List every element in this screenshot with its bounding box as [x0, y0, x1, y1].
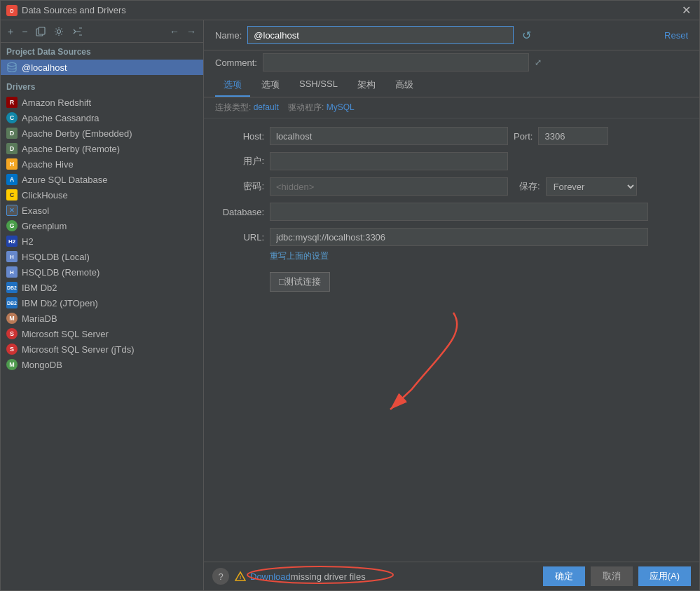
- remove-button[interactable]: −: [19, 25, 30, 39]
- driver-value[interactable]: MySQL: [327, 102, 355, 112]
- driver-apache-hive[interactable]: H Apache Hive: [1, 156, 203, 172]
- driver-h2[interactable]: H2 H2: [1, 233, 203, 249]
- help-button[interactable]: ?: [212, 568, 229, 585]
- copy-button[interactable]: [33, 25, 48, 38]
- add-button[interactable]: +: [5, 25, 16, 39]
- database-input[interactable]: [270, 203, 648, 221]
- driver-azure-sql[interactable]: A Azure SQL Database: [1, 172, 203, 187]
- mssql-jtds-icon: S: [6, 344, 18, 355]
- password-row: 密码: 保存: Forever For session Never: [215, 177, 688, 196]
- svg-point-9: [247, 566, 393, 583]
- amazon-redshift-icon: R: [6, 97, 18, 108]
- driver-apache-cassandra[interactable]: C Apache Cassandra: [1, 110, 203, 125]
- save-select[interactable]: Forever For session Never: [546, 177, 637, 196]
- forward-button[interactable]: →: [184, 25, 199, 39]
- tabs-bar: 选项 选项 SSH/SSL 架构 高级: [204, 74, 699, 97]
- driver-hsqldb-local[interactable]: H HSQLDB (Local): [1, 249, 203, 264]
- ok-button[interactable]: 确定: [543, 566, 585, 586]
- url-row: URL:: [215, 228, 688, 246]
- driver-label: HSQLDB (Remote): [22, 267, 99, 278]
- datasource-item-localhost[interactable]: @localhost: [1, 60, 203, 75]
- driver-amazon-redshift[interactable]: R Amazon Redshift: [1, 95, 203, 110]
- driver-mssql-jtds[interactable]: S Microsoft SQL Server (jTds): [1, 341, 203, 357]
- svg-rect-3: [39, 27, 45, 34]
- title-bar: D Data Sources and Drivers ✕: [1, 1, 699, 20]
- connection-type-value[interactable]: default: [254, 102, 279, 112]
- driver-label: Exasol: [22, 205, 49, 216]
- datasource-icon: [6, 62, 18, 73]
- connection-info: 连接类型: default 驱动程序: MySQL: [204, 97, 699, 118]
- url-input[interactable]: [270, 228, 648, 246]
- driver-ibm-db2-jtopen[interactable]: DB2 IBM Db2 (JTOpen): [1, 295, 203, 311]
- overwrite-link[interactable]: 重写上面的设置: [215, 250, 688, 262]
- svg-point-5: [8, 63, 16, 67]
- comment-input[interactable]: [263, 53, 529, 72]
- driver-label-text: 驱动程序:: [288, 102, 324, 112]
- tab-option2[interactable]: 选项: [253, 74, 288, 97]
- database-label: Database:: [215, 207, 264, 217]
- database-row: Database:: [215, 203, 688, 221]
- driver-mongodb[interactable]: M MongoDB: [1, 357, 203, 372]
- datasource-section: Project Data Sources @localhost: [1, 43, 203, 78]
- apply-button[interactable]: 应用(A): [638, 566, 691, 586]
- import-button[interactable]: [69, 25, 85, 38]
- left-panel: + −: [1, 20, 204, 590]
- driver-label: Apache Cassandra: [22, 113, 99, 123]
- svg-text:!: !: [240, 574, 242, 580]
- driver-greenplum[interactable]: G Greenplum: [1, 218, 203, 233]
- main-window: D Data Sources and Drivers ✕ + −: [0, 0, 700, 591]
- tab-schema[interactable]: 架构: [349, 74, 384, 97]
- mssql-icon: S: [6, 328, 18, 339]
- main-content: + −: [1, 20, 699, 590]
- tab-advanced[interactable]: 高级: [387, 74, 422, 97]
- ibm-db2-jtopen-icon: DB2: [6, 297, 18, 308]
- settings-button[interactable]: [51, 25, 67, 38]
- comment-row: Comment: ⤢: [204, 50, 699, 74]
- user-label: 用户:: [215, 155, 264, 168]
- toolbar: + −: [1, 20, 203, 43]
- user-input[interactable]: [270, 152, 508, 170]
- port-label: Port:: [514, 131, 533, 142]
- port-input[interactable]: [538, 127, 608, 145]
- driver-exasol[interactable]: ✕ Exasol: [1, 203, 203, 218]
- warning-icon: !: [235, 571, 246, 582]
- right-header: Name: ↺ Reset: [204, 20, 699, 50]
- clickhouse-icon: C: [6, 189, 18, 201]
- exasol-icon: ✕: [6, 205, 18, 216]
- user-row: 用户:: [215, 152, 688, 170]
- hsqldb-local-icon: H: [6, 251, 18, 262]
- driver-mssql[interactable]: S Microsoft SQL Server: [1, 326, 203, 341]
- window-title: Data Sources and Drivers: [22, 5, 126, 15]
- apache-derby-embedded-icon: D: [6, 128, 18, 139]
- driver-clickhouse[interactable]: C ClickHouse: [1, 187, 203, 203]
- back-button[interactable]: ←: [167, 25, 182, 39]
- apache-derby-remote-icon: D: [6, 143, 18, 154]
- driver-apache-derby-embedded[interactable]: D Apache Derby (Embedded): [1, 125, 203, 141]
- reset-button[interactable]: Reset: [664, 30, 688, 41]
- tab-ssh-ssl[interactable]: SSH/SSL: [291, 74, 346, 97]
- host-input[interactable]: [270, 127, 508, 145]
- expand-icon[interactable]: ⤢: [535, 57, 542, 67]
- driver-label: Apache Hive: [22, 159, 74, 170]
- test-connection-button[interactable]: □测试连接: [270, 272, 330, 292]
- tab-option1[interactable]: 选项: [215, 74, 250, 97]
- driver-ibm-db2[interactable]: DB2 IBM Db2: [1, 280, 203, 295]
- driver-label: IBM Db2 (JTOpen): [22, 298, 98, 308]
- password-input[interactable]: [270, 177, 508, 196]
- driver-hsqldb-remote[interactable]: H HSQLDB (Remote): [1, 264, 203, 280]
- password-label: 密码:: [215, 180, 264, 193]
- cancel-button[interactable]: 取消: [591, 566, 633, 586]
- reload-icon[interactable]: ↺: [522, 29, 531, 42]
- bottom-actions: 确定 取消 应用(A): [543, 566, 691, 586]
- drivers-header: Drivers: [1, 78, 203, 95]
- connection-type-label: 连接类型:: [215, 102, 251, 112]
- ibm-db2-icon: DB2: [6, 282, 18, 293]
- driver-label: Apache Derby (Embedded): [22, 128, 132, 139]
- form-area: Host: Port: 用户: 密码: 保存: Forever: [204, 118, 699, 562]
- driver-label: ClickHouse: [22, 190, 68, 201]
- name-input[interactable]: [247, 26, 514, 44]
- host-row: Host: Port:: [215, 127, 688, 145]
- driver-mariadb[interactable]: M MariaDB: [1, 311, 203, 326]
- close-button[interactable]: ✕: [679, 4, 694, 17]
- driver-apache-derby-remote[interactable]: D Apache Derby (Remote): [1, 141, 203, 156]
